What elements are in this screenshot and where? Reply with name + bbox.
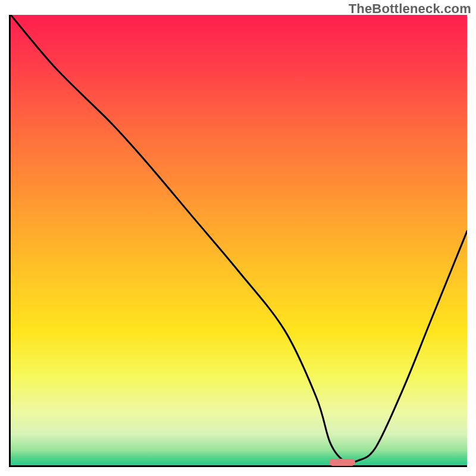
optimal-range-marker: [329, 459, 355, 466]
plot-frame: [9, 15, 467, 467]
bottleneck-curve: [11, 15, 467, 465]
chart-container: TheBottleneck.com: [0, 0, 476, 476]
